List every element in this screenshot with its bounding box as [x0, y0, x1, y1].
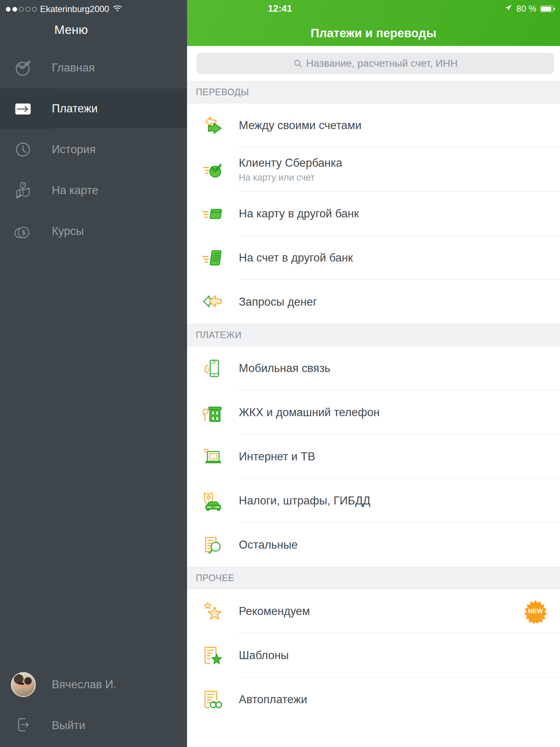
row-title: Клиенту Сбербанка: [239, 156, 342, 170]
list-item-internet-tv[interactable]: Интернет и ТВ: [187, 434, 560, 479]
search-input[interactable]: Название, расчетный счет, ИНН: [197, 53, 554, 74]
building-tree-icon: [202, 402, 223, 423]
sidebar-title: Меню: [0, 23, 142, 37]
logout-button[interactable]: Выйти: [52, 719, 85, 732]
clock-icon: [13, 140, 33, 159]
row-title: Остальные: [239, 538, 298, 551]
list-item-mobile[interactable]: 1 Мобильная связь: [187, 346, 560, 390]
sidebar-item-main[interactable]: Главная: [0, 47, 187, 88]
mobile-phone-icon: 1: [202, 357, 223, 379]
sidebar-item-label: На карте: [52, 184, 98, 197]
row-subtitle: На карту или счет: [239, 172, 342, 183]
stars-icon: [202, 600, 223, 622]
wifi-icon: [112, 4, 122, 15]
sidebar-item-history[interactable]: История: [0, 129, 187, 170]
search-placeholder: Название, расчетный счет, ИНН: [306, 58, 458, 69]
list-item-between-accounts[interactable]: Между своими счетами: [187, 103, 560, 147]
search-icon: [293, 59, 303, 68]
status-time: 12:41: [268, 3, 292, 14]
sidebar-nav: Главная Платежи: [0, 47, 187, 252]
user-avatar[interactable]: [11, 672, 36, 697]
map-pin-icon: [13, 181, 33, 200]
svg-text:1: 1: [207, 366, 210, 372]
account-other-bank-icon: [202, 247, 223, 269]
sidebar-item-label: История: [52, 143, 96, 156]
document-magnifier-icon: [202, 534, 223, 556]
main-content: 12:41 80 % Платежи и переводы Название, …: [187, 0, 560, 747]
row-title: Налоги, штрафы, ГИБДД: [239, 494, 370, 507]
svg-text:$: $: [22, 229, 26, 236]
app-screen: Ekaterinburg2000 Меню Гла: [0, 0, 560, 747]
page-header: 12:41 80 % Платежи и переводы: [187, 0, 560, 46]
transfer-between-accounts-icon: [202, 115, 223, 136]
profile-name: Вячеслав И.: [52, 678, 116, 691]
sidebar-item-label: Платежи: [52, 102, 98, 115]
cell-signal-icon: [6, 7, 37, 12]
list-item-other-payments[interactable]: Остальные: [187, 523, 560, 567]
row-title: Рекомендуем: [239, 605, 310, 618]
list-item-account-other-bank[interactable]: На счет в другой банк: [187, 236, 560, 280]
row-title: Интернет и ТВ: [239, 450, 315, 463]
battery-percent-label: 80 %: [516, 4, 536, 14]
new-badge-label: NEW: [524, 599, 548, 623]
card-arrow-icon: [13, 99, 33, 119]
section-header-other: ПРОЧЕЕ: [187, 567, 560, 589]
sberbank-client-icon: [202, 159, 223, 181]
section-header-payments: ПЛАТЕЖИ: [187, 324, 560, 346]
list-item-utilities[interactable]: ЖКХ и домашний телефон: [187, 390, 560, 434]
sidebar-item-map[interactable]: На карте: [0, 170, 187, 211]
coins-icon: $: [13, 221, 33, 241]
row-title: Автоплатежи: [239, 693, 307, 706]
sidebar-item-rates[interactable]: $ Курсы: [0, 211, 187, 252]
list-item-templates[interactable]: Шаблоны: [187, 633, 560, 677]
sidebar-item-label: Курсы: [52, 225, 84, 238]
list-item-recommended[interactable]: Рекомендуем NEW: [187, 589, 560, 633]
new-badge: NEW: [524, 599, 548, 623]
document-star-icon: [202, 645, 223, 666]
status-bar-right: 80 %: [505, 4, 553, 14]
row-title: Мобильная связь: [239, 362, 330, 375]
list-item-money-requests[interactable]: Запросы денег: [187, 280, 560, 324]
row-title: ЖКХ и домашний телефон: [239, 406, 380, 419]
location-arrow-icon: [505, 4, 513, 14]
sidebar-menu: Ekaterinburg2000 Меню Гла: [0, 0, 187, 747]
card-other-bank-icon: [202, 203, 223, 225]
laptop-wifi-icon: [202, 446, 223, 468]
page-title: Платежи и переводы: [187, 26, 560, 40]
sidebar-item-payments[interactable]: Платежи: [0, 88, 187, 129]
sberbank-logo-icon: [13, 58, 33, 78]
logout-icon: [13, 715, 33, 735]
shield-car-icon: [202, 490, 223, 512]
document-infinity-icon: [202, 689, 223, 711]
list-item-sber-client[interactable]: Клиенту Сбербанка На карту или счет: [187, 147, 560, 191]
row-title: Между своими счетами: [239, 119, 362, 132]
row-title: На счет в другой банк: [239, 251, 353, 264]
list-item-taxes-fines[interactable]: Налоги, штрафы, ГИБДД: [187, 479, 560, 523]
money-request-icon: [202, 291, 223, 313]
section-header-transfers: ПЕРЕВОДЫ: [187, 81, 560, 103]
sidebar-divider: [52, 704, 187, 705]
battery-icon: [540, 5, 553, 12]
row-title: Шаблоны: [239, 649, 289, 662]
search-zone: Название, расчетный счет, ИНН: [187, 46, 560, 81]
sidebar-item-label: Главная: [52, 61, 95, 74]
carrier-label: Ekaterinburg2000: [40, 4, 109, 14]
list-item-autopayments[interactable]: Автоплатежи: [187, 677, 560, 721]
row-title: На карту в другой банк: [239, 207, 359, 220]
list-item-card-other-bank[interactable]: На карту в другой банк: [187, 191, 560, 236]
status-bar-left: Ekaterinburg2000: [6, 4, 122, 15]
row-title: Запросы денег: [239, 295, 317, 309]
